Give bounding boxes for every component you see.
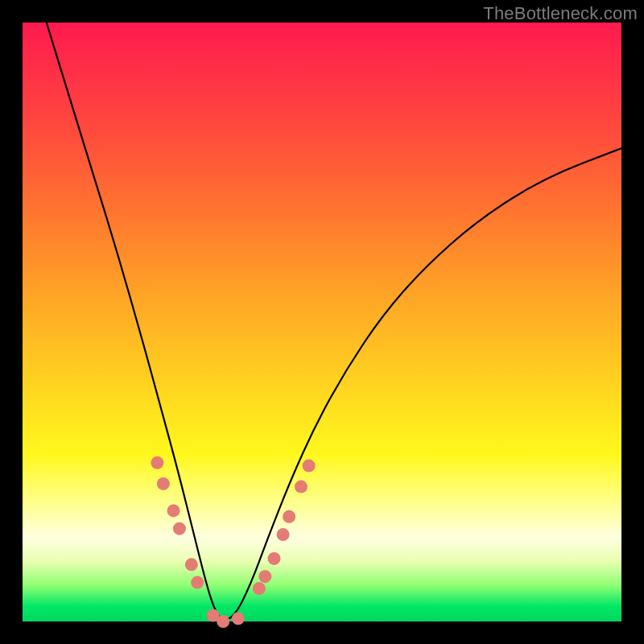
bottleneck-curve xyxy=(47,23,621,620)
highlight-dot xyxy=(173,522,186,535)
highlight-dot xyxy=(268,552,281,565)
highlight-dot xyxy=(185,558,198,571)
highlight-dot xyxy=(277,528,290,541)
watermark-text: TheBottleneck.com xyxy=(483,3,638,24)
highlight-dot xyxy=(167,504,180,517)
highlight-dot xyxy=(191,576,204,589)
highlight-dot xyxy=(157,477,170,490)
highlight-dot xyxy=(253,582,266,595)
highlight-dot xyxy=(303,460,316,473)
outer-frame: TheBottleneck.com xyxy=(0,0,644,644)
highlight-dot xyxy=(217,615,229,628)
highlight-dot xyxy=(232,612,245,625)
highlight-dot xyxy=(258,570,271,583)
chart-svg xyxy=(23,23,621,621)
highlight-dot xyxy=(283,510,295,523)
highlight-dot xyxy=(295,481,308,493)
highlight-dot xyxy=(151,456,163,469)
